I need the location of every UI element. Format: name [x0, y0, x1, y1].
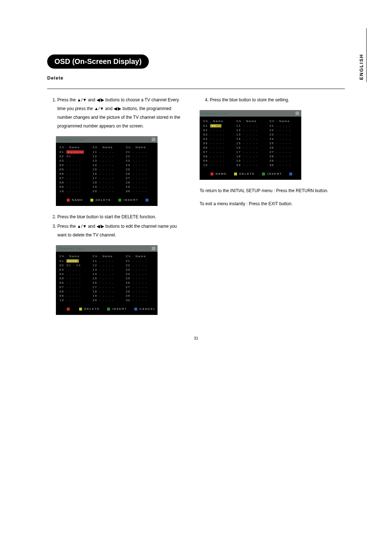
- osd-screen-2: Channel ListCh . Name01 0124025C - 2403-…: [56, 245, 158, 315]
- osd-channel-number: 07: [60, 285, 64, 289]
- osd-channel-row: 10- - - - -: [203, 163, 231, 167]
- osd-channel-number: 28: [126, 181, 131, 184]
- osd-title-text: Channel List: [58, 247, 84, 250]
- osd-channel-number: 05: [60, 168, 64, 171]
- osd-legend-label: CANCEL: [139, 307, 155, 311]
- osd-window-icon: [295, 112, 299, 115]
- color-box-icon: [211, 173, 213, 175]
- osd-channel-number: 25: [126, 168, 131, 171]
- osd-channel-row: 07- - - - -: [60, 285, 87, 289]
- osd-channel-number: 06: [203, 146, 208, 149]
- osd-channel-number: 28: [270, 155, 274, 158]
- osd-grid: Ch . Name015C -02- - - - -03- - - - -04-…: [200, 117, 301, 170]
- osd-channel-row: 04- - - - -: [203, 137, 231, 141]
- osd-channel-row: 07- - - - -: [203, 150, 231, 154]
- osd-channel-row: 09- - - - -: [60, 185, 87, 189]
- osd-channel-row: 20- - - - -: [236, 163, 264, 167]
- osd-legend-item: DELETE: [90, 198, 111, 202]
- osd-channel-number: 02: [60, 264, 64, 267]
- osd-window-icon: [152, 247, 155, 250]
- osd-channel-name: - - - - -: [133, 168, 147, 171]
- osd-channel-name: - - - - -: [99, 272, 114, 276]
- osd-channel-number: 03: [60, 159, 64, 162]
- osd-channel-row: 08- - - - -: [60, 290, 87, 293]
- osd-channel-number: 18: [93, 290, 97, 293]
- osd-channel-row: 25- - - - -: [126, 168, 154, 171]
- osd-channel-number: 08: [203, 155, 208, 158]
- osd-channel-name: - - - - -: [66, 294, 81, 297]
- osd-channel-number: 18: [236, 155, 241, 158]
- osd-channel-name: - - - - -: [66, 281, 81, 284]
- osd-channel-number: 21: [126, 150, 131, 154]
- osd-channel-row: 30- - - - -: [126, 190, 154, 193]
- language-tab: ENGLISH: [356, 28, 367, 82]
- osd-channel-row: 23- - - - -: [126, 159, 154, 162]
- osd-channel-name: - - - - -: [99, 163, 114, 167]
- osd-column: Ch . Name11- - - - -12- - - - -13- - - -…: [236, 119, 264, 168]
- osd-channel-name: - - - - -: [66, 290, 81, 293]
- osd-channel-name: - - - - -: [66, 299, 81, 302]
- osd-channel-number: 08: [60, 181, 64, 184]
- osd-channel-row: 13- - - - -: [236, 133, 264, 136]
- color-box-icon: [90, 199, 93, 202]
- osd-channel-name: - - - - -: [133, 155, 147, 158]
- osd-channel-number: 17: [93, 285, 97, 289]
- osd-screen-3: Channel ListCh . Name015C -02- - - - -03…: [200, 110, 301, 180]
- osd-channel-number: 21: [270, 124, 274, 127]
- step-4: Press the blue button to store the setti…: [210, 96, 338, 104]
- osd-legend-item: INSERT: [107, 307, 127, 311]
- osd-channel-name: - - - - -: [133, 163, 147, 167]
- osd-channel-name: - - - - -: [133, 172, 147, 175]
- osd-channel-row: 26- - - - -: [126, 281, 154, 284]
- osd-channel-name: - - - - -: [243, 146, 258, 149]
- osd-channel-row: 30- - - - -: [126, 299, 154, 302]
- color-box-icon: [67, 308, 70, 311]
- osd-channel-number: 04: [60, 272, 64, 276]
- osd-channel-number: 07: [203, 150, 208, 154]
- osd-channel-name: - - - - -: [66, 163, 81, 167]
- osd-channel-row: 13- - - - -: [93, 159, 121, 162]
- section-subhead: Delete: [47, 75, 345, 82]
- osd-channel-row: 29- - - - -: [126, 294, 154, 297]
- osd-channel-row: 12- - - - -: [93, 264, 121, 267]
- osd-legend-label: DELETE: [95, 198, 111, 202]
- osd-column: Ch . Name21- - - - -22- - - - -23- - - -…: [126, 255, 154, 303]
- osd-channel-row: 08- - - - -: [60, 181, 87, 184]
- osd-channel-row: 22- - - - -: [270, 129, 298, 132]
- osd-channel-number: 13: [93, 268, 97, 271]
- osd-channel-number: 26: [270, 146, 274, 149]
- osd-channel-name: - - - - -: [243, 155, 258, 158]
- osd-channel-number: 17: [93, 177, 97, 180]
- osd-channel-number: 30: [126, 299, 131, 302]
- osd-channel-number: 09: [203, 159, 208, 162]
- osd-channel-row: 08- - - - -: [203, 155, 231, 158]
- osd-channel-row: 23- - - - -: [126, 268, 154, 271]
- osd-channel-number: 13: [93, 159, 97, 162]
- osd-channel-name: - - - - -: [277, 142, 291, 145]
- color-box-icon: [262, 173, 265, 175]
- osd-channel-number: 04: [203, 137, 208, 141]
- osd-channel-name: - - - - -: [277, 124, 291, 127]
- osd-channel-row: 17- - - - -: [93, 285, 121, 289]
- osd-legend-label: INSERT: [112, 307, 127, 311]
- osd-channel-name: - - - - -: [277, 159, 291, 162]
- osd-channel-number: 07: [60, 177, 64, 180]
- osd-channel-number: 26: [126, 281, 131, 284]
- osd-channel-number: 20: [93, 299, 97, 302]
- osd-column: Ch . Name21- - - - -22- - - - -23- - - -…: [270, 119, 298, 168]
- step-1: Press the ▲/▼ and ◀/▶ buttons to choose …: [57, 96, 185, 130]
- osd-channel-row: 29- - - - -: [126, 185, 154, 189]
- osd-channel-row: 15- - - - -: [93, 277, 121, 280]
- color-box-icon: [134, 308, 137, 311]
- osd-channel-name: - - - - -: [66, 168, 81, 171]
- osd-channel-number: 24: [126, 163, 131, 167]
- osd-channel-row: 18- - - - -: [93, 181, 121, 184]
- osd-channel-name: - - - - -: [99, 277, 114, 280]
- osd-channel-number: 27: [270, 150, 274, 154]
- osd-channel-row: 28- - - - -: [270, 155, 298, 158]
- osd-channel-row: 19- - - - -: [236, 159, 264, 162]
- osd-legend-item: INSERT: [262, 172, 282, 175]
- osd-channel-row: 25- - - - -: [270, 142, 298, 145]
- osd-channel-row: 18- - - - -: [93, 290, 121, 293]
- osd-column: Ch . Name015C -02- - - - -03- - - - -04-…: [203, 119, 231, 168]
